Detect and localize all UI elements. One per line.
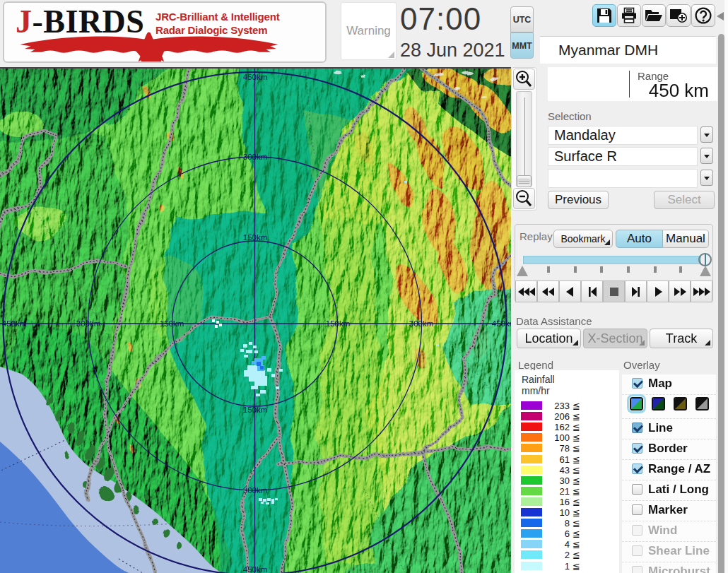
- fast-rewind-button[interactable]: [537, 280, 559, 302]
- checkbox-lati-long[interactable]: [632, 484, 642, 495]
- checkbox-shear-line[interactable]: [632, 545, 642, 556]
- legend-value: 78: [527, 443, 570, 454]
- zoom-in-button[interactable]: [513, 69, 535, 90]
- product-dropdown[interactable]: Surface R: [548, 147, 698, 166]
- checkbox-wind[interactable]: [632, 525, 642, 536]
- zoom-out-button[interactable]: [513, 188, 535, 209]
- auto-button[interactable]: Auto: [616, 230, 663, 248]
- ring-label: 450km: [243, 565, 268, 573]
- checkbox-marker[interactable]: [632, 504, 642, 515]
- legend-title: Rainfall: [522, 374, 555, 385]
- ring-label: 300km: [243, 153, 268, 161]
- zoom-in-icon: [514, 69, 533, 88]
- stop-button[interactable]: [603, 280, 625, 302]
- overlay-row: Microburst: [622, 562, 716, 573]
- overlay-item-label: Microburst: [648, 565, 710, 573]
- xsection-button[interactable]: X-Section: [583, 329, 647, 348]
- replay-slider-track[interactable]: [523, 256, 701, 264]
- skip-to-end-button[interactable]: [691, 280, 712, 302]
- checkbox-range-az[interactable]: [632, 463, 642, 474]
- fast-forward-icon: [669, 283, 691, 301]
- select-button[interactable]: Select: [654, 191, 715, 209]
- open-folder-icon: [645, 7, 663, 24]
- map-style-black-olive[interactable]: [674, 397, 687, 410]
- data-assistance-label: Data Assistance: [516, 315, 592, 327]
- corner-triangle-icon: [573, 340, 578, 345]
- legend-leq-symbol: ≦: [573, 518, 580, 528]
- step-forward-button[interactable]: [625, 280, 647, 302]
- manual-button[interactable]: Manual: [663, 230, 709, 248]
- play-reverse-icon: [559, 283, 582, 301]
- open-folder-button[interactable]: [642, 4, 666, 27]
- track-button[interactable]: Track: [650, 329, 713, 348]
- overlay-item-label: Border: [648, 442, 688, 456]
- product-dropdown-button[interactable]: [700, 148, 713, 164]
- print-button[interactable]: [617, 4, 641, 27]
- overlay-row: Wind: [622, 521, 716, 542]
- collapse-panel-icon[interactable]: [717, 12, 724, 20]
- map-style-navy-darkgreen[interactable]: [652, 397, 665, 410]
- fast-forward-button[interactable]: [669, 280, 691, 302]
- slider-tick: [547, 266, 550, 273]
- zoom-slider-track[interactable]: [516, 91, 532, 187]
- step-back-icon: [581, 283, 604, 301]
- replay-slider-thumb[interactable]: [698, 253, 712, 266]
- track-label: Track: [666, 331, 697, 345]
- checkbox-line[interactable]: [632, 423, 642, 433]
- checkbox-map[interactable]: [632, 378, 642, 389]
- mmt-button[interactable]: MMT: [510, 33, 534, 59]
- zoom-slider-thumb[interactable]: [517, 175, 532, 187]
- clock-time: 07:00: [400, 1, 520, 37]
- station-title-box: Myanmar DMH: [540, 37, 716, 64]
- option-dropdown[interactable]: [548, 169, 698, 188]
- slider-end-marker-icon[interactable]: [700, 266, 711, 276]
- legend-label: Legend: [518, 359, 553, 371]
- play-button[interactable]: [647, 280, 669, 302]
- step-back-button[interactable]: [581, 280, 603, 302]
- play-icon: [647, 283, 669, 301]
- skip-to-start-button[interactable]: [515, 280, 537, 302]
- replay-label: Replay: [519, 230, 553, 242]
- legend-value: 6: [527, 528, 570, 539]
- legend-leq-symbol: ≦: [573, 411, 580, 422]
- resize-grip-icon[interactable]: [388, 52, 394, 58]
- legend-leq-symbol: ≦: [573, 486, 580, 497]
- utc-button[interactable]: UTC: [510, 6, 534, 33]
- legend-leq-symbol: ≦: [573, 454, 580, 465]
- eagle-icon: [11, 31, 287, 63]
- legend-value: 233: [527, 401, 570, 411]
- radar-map[interactable]: 450km 300km 150km 150km 300km 450km 450k…: [0, 67, 511, 573]
- save-button[interactable]: [592, 4, 616, 27]
- add-image-button[interactable]: [667, 4, 691, 27]
- play-reverse-button[interactable]: [559, 280, 581, 302]
- bookmark-button[interactable]: Bookmark: [553, 230, 613, 248]
- previous-button[interactable]: Previous: [548, 191, 609, 209]
- option-dropdown-button[interactable]: [700, 170, 713, 186]
- site-dropdown[interactable]: Mandalay: [548, 126, 698, 145]
- overlay-item-label: Line: [648, 421, 673, 435]
- site-dropdown-button[interactable]: [700, 126, 713, 143]
- legend-leq-symbol: ≦: [573, 550, 580, 560]
- legend-leq-symbol: ≦: [573, 465, 580, 475]
- skip-to-end-icon: [691, 283, 713, 301]
- legend-leq-symbol: ≦: [573, 497, 580, 507]
- legend-value: 100: [527, 432, 570, 443]
- slider-start-marker-icon[interactable]: [517, 266, 528, 276]
- checkbox-microburst[interactable]: [632, 566, 642, 573]
- overlay-row: Map: [622, 374, 716, 395]
- panel-splitter[interactable]: [718, 34, 724, 573]
- location-button[interactable]: Location: [517, 329, 581, 348]
- legend-value: 162: [527, 422, 570, 432]
- map-style-terrain-blue-green[interactable]: [630, 397, 643, 410]
- overlay-row: Marker: [622, 501, 716, 521]
- checkbox-border[interactable]: [632, 443, 642, 454]
- window-edge: [724, 0, 728, 573]
- warning-panel[interactable]: Warning: [341, 2, 397, 60]
- fast-rewind-icon: [537, 283, 560, 301]
- map-style-black-grey[interactable]: [695, 397, 709, 410]
- divider: [629, 71, 630, 98]
- legend-value: 16: [527, 497, 570, 507]
- help-button[interactable]: [691, 4, 715, 27]
- overlay-item-label: Wind: [648, 524, 677, 538]
- legend-value: 4: [527, 539, 570, 550]
